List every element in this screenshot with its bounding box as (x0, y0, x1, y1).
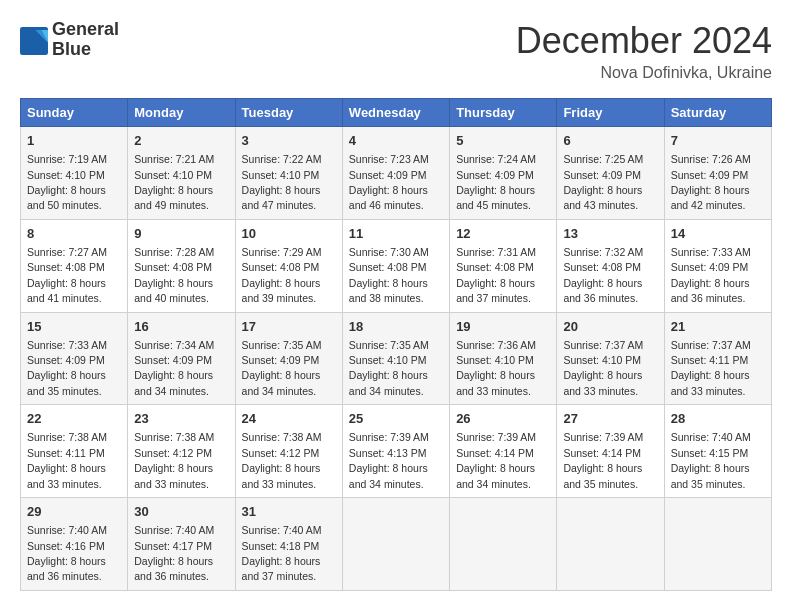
day-number: 6 (563, 132, 657, 150)
calendar-cell: 26Sunrise: 7:39 AMSunset: 4:14 PMDayligh… (450, 405, 557, 498)
weekday-header-monday: Monday (128, 99, 235, 127)
day-info: Sunrise: 7:29 AMSunset: 4:08 PMDaylight:… (242, 246, 322, 304)
calendar-cell: 14Sunrise: 7:33 AMSunset: 4:09 PMDayligh… (664, 219, 771, 312)
day-info: Sunrise: 7:26 AMSunset: 4:09 PMDaylight:… (671, 153, 751, 211)
logo-text: General Blue (52, 20, 119, 60)
calendar-cell: 2Sunrise: 7:21 AMSunset: 4:10 PMDaylight… (128, 127, 235, 220)
day-number: 12 (456, 225, 550, 243)
location-subtitle: Nova Dofinivka, Ukraine (516, 64, 772, 82)
day-number: 10 (242, 225, 336, 243)
calendar-week-row: 29Sunrise: 7:40 AMSunset: 4:16 PMDayligh… (21, 498, 772, 591)
day-info: Sunrise: 7:40 AMSunset: 4:16 PMDaylight:… (27, 524, 107, 582)
day-number: 22 (27, 410, 121, 428)
day-info: Sunrise: 7:39 AMSunset: 4:13 PMDaylight:… (349, 431, 429, 489)
page-header: General Blue December 2024 Nova Dofinivk… (20, 20, 772, 82)
day-number: 3 (242, 132, 336, 150)
day-number: 29 (27, 503, 121, 521)
day-info: Sunrise: 7:40 AMSunset: 4:17 PMDaylight:… (134, 524, 214, 582)
calendar-cell (557, 498, 664, 591)
weekday-header-friday: Friday (557, 99, 664, 127)
day-number: 9 (134, 225, 228, 243)
calendar-cell (342, 498, 449, 591)
calendar-cell: 31Sunrise: 7:40 AMSunset: 4:18 PMDayligh… (235, 498, 342, 591)
day-number: 24 (242, 410, 336, 428)
day-number: 7 (671, 132, 765, 150)
day-info: Sunrise: 7:34 AMSunset: 4:09 PMDaylight:… (134, 339, 214, 397)
day-info: Sunrise: 7:21 AMSunset: 4:10 PMDaylight:… (134, 153, 214, 211)
logo: General Blue (20, 20, 119, 60)
calendar-cell: 25Sunrise: 7:39 AMSunset: 4:13 PMDayligh… (342, 405, 449, 498)
day-number: 15 (27, 318, 121, 336)
day-number: 16 (134, 318, 228, 336)
weekday-header-tuesday: Tuesday (235, 99, 342, 127)
calendar-cell (664, 498, 771, 591)
day-info: Sunrise: 7:33 AMSunset: 4:09 PMDaylight:… (27, 339, 107, 397)
calendar-week-row: 22Sunrise: 7:38 AMSunset: 4:11 PMDayligh… (21, 405, 772, 498)
day-number: 19 (456, 318, 550, 336)
calendar-cell: 19Sunrise: 7:36 AMSunset: 4:10 PMDayligh… (450, 312, 557, 405)
day-number: 25 (349, 410, 443, 428)
calendar-cell: 22Sunrise: 7:38 AMSunset: 4:11 PMDayligh… (21, 405, 128, 498)
day-number: 27 (563, 410, 657, 428)
day-number: 8 (27, 225, 121, 243)
title-block: December 2024 Nova Dofinivka, Ukraine (516, 20, 772, 82)
calendar-week-row: 15Sunrise: 7:33 AMSunset: 4:09 PMDayligh… (21, 312, 772, 405)
weekday-header-wednesday: Wednesday (342, 99, 449, 127)
weekday-header-thursday: Thursday (450, 99, 557, 127)
weekday-header-sunday: Sunday (21, 99, 128, 127)
calendar-cell: 23Sunrise: 7:38 AMSunset: 4:12 PMDayligh… (128, 405, 235, 498)
day-info: Sunrise: 7:38 AMSunset: 4:12 PMDaylight:… (242, 431, 322, 489)
calendar-cell: 8Sunrise: 7:27 AMSunset: 4:08 PMDaylight… (21, 219, 128, 312)
day-info: Sunrise: 7:38 AMSunset: 4:11 PMDaylight:… (27, 431, 107, 489)
day-number: 14 (671, 225, 765, 243)
calendar-cell: 16Sunrise: 7:34 AMSunset: 4:09 PMDayligh… (128, 312, 235, 405)
calendar-table: SundayMondayTuesdayWednesdayThursdayFrid… (20, 98, 772, 591)
day-info: Sunrise: 7:37 AMSunset: 4:11 PMDaylight:… (671, 339, 751, 397)
month-year-title: December 2024 (516, 20, 772, 62)
day-number: 20 (563, 318, 657, 336)
calendar-week-row: 1Sunrise: 7:19 AMSunset: 4:10 PMDaylight… (21, 127, 772, 220)
day-info: Sunrise: 7:32 AMSunset: 4:08 PMDaylight:… (563, 246, 643, 304)
day-info: Sunrise: 7:39 AMSunset: 4:14 PMDaylight:… (456, 431, 536, 489)
day-info: Sunrise: 7:23 AMSunset: 4:09 PMDaylight:… (349, 153, 429, 211)
day-number: 2 (134, 132, 228, 150)
day-info: Sunrise: 7:35 AMSunset: 4:10 PMDaylight:… (349, 339, 429, 397)
calendar-week-row: 8Sunrise: 7:27 AMSunset: 4:08 PMDaylight… (21, 219, 772, 312)
calendar-cell (450, 498, 557, 591)
day-info: Sunrise: 7:31 AMSunset: 4:08 PMDaylight:… (456, 246, 536, 304)
day-info: Sunrise: 7:27 AMSunset: 4:08 PMDaylight:… (27, 246, 107, 304)
day-number: 18 (349, 318, 443, 336)
day-number: 5 (456, 132, 550, 150)
calendar-cell: 21Sunrise: 7:37 AMSunset: 4:11 PMDayligh… (664, 312, 771, 405)
calendar-cell: 17Sunrise: 7:35 AMSunset: 4:09 PMDayligh… (235, 312, 342, 405)
day-info: Sunrise: 7:35 AMSunset: 4:09 PMDaylight:… (242, 339, 322, 397)
day-info: Sunrise: 7:40 AMSunset: 4:15 PMDaylight:… (671, 431, 751, 489)
calendar-header-row: SundayMondayTuesdayWednesdayThursdayFrid… (21, 99, 772, 127)
calendar-cell: 27Sunrise: 7:39 AMSunset: 4:14 PMDayligh… (557, 405, 664, 498)
day-info: Sunrise: 7:40 AMSunset: 4:18 PMDaylight:… (242, 524, 322, 582)
day-info: Sunrise: 7:30 AMSunset: 4:08 PMDaylight:… (349, 246, 429, 304)
day-number: 4 (349, 132, 443, 150)
day-info: Sunrise: 7:25 AMSunset: 4:09 PMDaylight:… (563, 153, 643, 211)
calendar-cell: 5Sunrise: 7:24 AMSunset: 4:09 PMDaylight… (450, 127, 557, 220)
day-number: 1 (27, 132, 121, 150)
calendar-cell: 24Sunrise: 7:38 AMSunset: 4:12 PMDayligh… (235, 405, 342, 498)
day-info: Sunrise: 7:19 AMSunset: 4:10 PMDaylight:… (27, 153, 107, 211)
day-number: 28 (671, 410, 765, 428)
calendar-cell: 6Sunrise: 7:25 AMSunset: 4:09 PMDaylight… (557, 127, 664, 220)
calendar-cell: 10Sunrise: 7:29 AMSunset: 4:08 PMDayligh… (235, 219, 342, 312)
day-info: Sunrise: 7:28 AMSunset: 4:08 PMDaylight:… (134, 246, 214, 304)
calendar-cell: 1Sunrise: 7:19 AMSunset: 4:10 PMDaylight… (21, 127, 128, 220)
calendar-cell: 9Sunrise: 7:28 AMSunset: 4:08 PMDaylight… (128, 219, 235, 312)
general-blue-logo-icon (20, 27, 48, 55)
day-number: 31 (242, 503, 336, 521)
weekday-header-saturday: Saturday (664, 99, 771, 127)
day-number: 30 (134, 503, 228, 521)
calendar-cell: 11Sunrise: 7:30 AMSunset: 4:08 PMDayligh… (342, 219, 449, 312)
calendar-cell: 29Sunrise: 7:40 AMSunset: 4:16 PMDayligh… (21, 498, 128, 591)
day-number: 11 (349, 225, 443, 243)
calendar-cell: 7Sunrise: 7:26 AMSunset: 4:09 PMDaylight… (664, 127, 771, 220)
day-info: Sunrise: 7:37 AMSunset: 4:10 PMDaylight:… (563, 339, 643, 397)
day-info: Sunrise: 7:36 AMSunset: 4:10 PMDaylight:… (456, 339, 536, 397)
calendar-cell: 4Sunrise: 7:23 AMSunset: 4:09 PMDaylight… (342, 127, 449, 220)
